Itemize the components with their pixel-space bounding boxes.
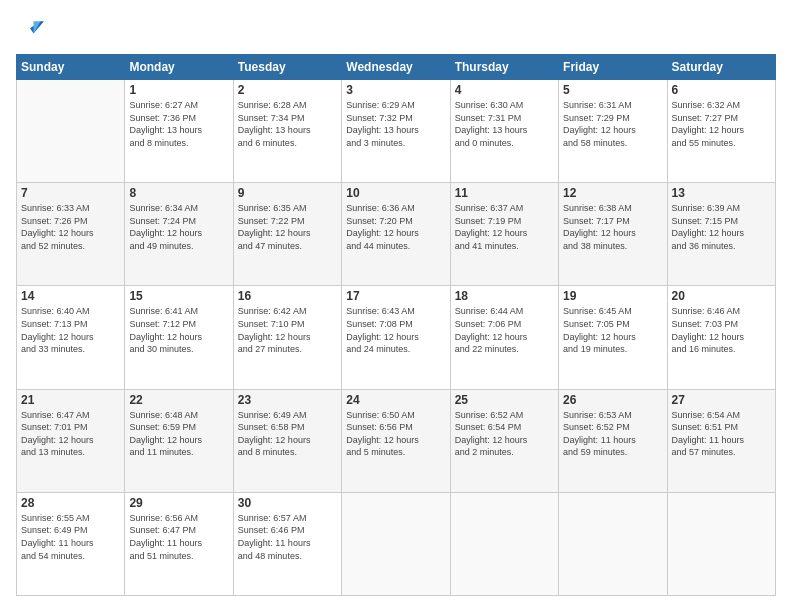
calendar-cell-5-4 bbox=[342, 492, 450, 595]
calendar-cell-4-7: 27Sunrise: 6:54 AM Sunset: 6:51 PM Dayli… bbox=[667, 389, 775, 492]
day-number: 10 bbox=[346, 186, 445, 200]
calendar-cell-5-7 bbox=[667, 492, 775, 595]
day-info: Sunrise: 6:42 AM Sunset: 7:10 PM Dayligh… bbox=[238, 305, 337, 355]
calendar-cell-1-3: 2Sunrise: 6:28 AM Sunset: 7:34 PM Daylig… bbox=[233, 80, 341, 183]
day-number: 3 bbox=[346, 83, 445, 97]
day-info: Sunrise: 6:52 AM Sunset: 6:54 PM Dayligh… bbox=[455, 409, 554, 459]
day-info: Sunrise: 6:39 AM Sunset: 7:15 PM Dayligh… bbox=[672, 202, 771, 252]
day-info: Sunrise: 6:35 AM Sunset: 7:22 PM Dayligh… bbox=[238, 202, 337, 252]
calendar-header-thursday: Thursday bbox=[450, 55, 558, 80]
calendar-header-tuesday: Tuesday bbox=[233, 55, 341, 80]
calendar-cell-1-4: 3Sunrise: 6:29 AM Sunset: 7:32 PM Daylig… bbox=[342, 80, 450, 183]
calendar-cell-4-5: 25Sunrise: 6:52 AM Sunset: 6:54 PM Dayli… bbox=[450, 389, 558, 492]
calendar-week-row-5: 28Sunrise: 6:55 AM Sunset: 6:49 PM Dayli… bbox=[17, 492, 776, 595]
calendar-cell-1-1 bbox=[17, 80, 125, 183]
day-info: Sunrise: 6:29 AM Sunset: 7:32 PM Dayligh… bbox=[346, 99, 445, 149]
calendar-cell-2-4: 10Sunrise: 6:36 AM Sunset: 7:20 PM Dayli… bbox=[342, 183, 450, 286]
day-number: 25 bbox=[455, 393, 554, 407]
calendar-cell-4-1: 21Sunrise: 6:47 AM Sunset: 7:01 PM Dayli… bbox=[17, 389, 125, 492]
day-number: 9 bbox=[238, 186, 337, 200]
calendar-cell-5-5 bbox=[450, 492, 558, 595]
day-number: 8 bbox=[129, 186, 228, 200]
calendar-header-monday: Monday bbox=[125, 55, 233, 80]
day-number: 11 bbox=[455, 186, 554, 200]
day-number: 28 bbox=[21, 496, 120, 510]
calendar-cell-3-1: 14Sunrise: 6:40 AM Sunset: 7:13 PM Dayli… bbox=[17, 286, 125, 389]
calendar-week-row-4: 21Sunrise: 6:47 AM Sunset: 7:01 PM Dayli… bbox=[17, 389, 776, 492]
day-info: Sunrise: 6:45 AM Sunset: 7:05 PM Dayligh… bbox=[563, 305, 662, 355]
calendar-cell-1-5: 4Sunrise: 6:30 AM Sunset: 7:31 PM Daylig… bbox=[450, 80, 558, 183]
day-number: 4 bbox=[455, 83, 554, 97]
calendar-cell-5-1: 28Sunrise: 6:55 AM Sunset: 6:49 PM Dayli… bbox=[17, 492, 125, 595]
day-info: Sunrise: 6:38 AM Sunset: 7:17 PM Dayligh… bbox=[563, 202, 662, 252]
calendar-cell-1-6: 5Sunrise: 6:31 AM Sunset: 7:29 PM Daylig… bbox=[559, 80, 667, 183]
day-info: Sunrise: 6:49 AM Sunset: 6:58 PM Dayligh… bbox=[238, 409, 337, 459]
day-number: 24 bbox=[346, 393, 445, 407]
calendar-cell-3-5: 18Sunrise: 6:44 AM Sunset: 7:06 PM Dayli… bbox=[450, 286, 558, 389]
calendar-cell-3-6: 19Sunrise: 6:45 AM Sunset: 7:05 PM Dayli… bbox=[559, 286, 667, 389]
day-info: Sunrise: 6:55 AM Sunset: 6:49 PM Dayligh… bbox=[21, 512, 120, 562]
calendar-cell-4-2: 22Sunrise: 6:48 AM Sunset: 6:59 PM Dayli… bbox=[125, 389, 233, 492]
calendar-cell-2-2: 8Sunrise: 6:34 AM Sunset: 7:24 PM Daylig… bbox=[125, 183, 233, 286]
calendar-header-friday: Friday bbox=[559, 55, 667, 80]
day-info: Sunrise: 6:46 AM Sunset: 7:03 PM Dayligh… bbox=[672, 305, 771, 355]
calendar-cell-2-3: 9Sunrise: 6:35 AM Sunset: 7:22 PM Daylig… bbox=[233, 183, 341, 286]
day-number: 16 bbox=[238, 289, 337, 303]
calendar-cell-4-6: 26Sunrise: 6:53 AM Sunset: 6:52 PM Dayli… bbox=[559, 389, 667, 492]
calendar-cell-4-4: 24Sunrise: 6:50 AM Sunset: 6:56 PM Dayli… bbox=[342, 389, 450, 492]
calendar-table: SundayMondayTuesdayWednesdayThursdayFrid… bbox=[16, 54, 776, 596]
calendar-cell-3-3: 16Sunrise: 6:42 AM Sunset: 7:10 PM Dayli… bbox=[233, 286, 341, 389]
day-info: Sunrise: 6:57 AM Sunset: 6:46 PM Dayligh… bbox=[238, 512, 337, 562]
day-info: Sunrise: 6:56 AM Sunset: 6:47 PM Dayligh… bbox=[129, 512, 228, 562]
calendar-week-row-1: 1Sunrise: 6:27 AM Sunset: 7:36 PM Daylig… bbox=[17, 80, 776, 183]
calendar-header-saturday: Saturday bbox=[667, 55, 775, 80]
day-number: 19 bbox=[563, 289, 662, 303]
day-info: Sunrise: 6:41 AM Sunset: 7:12 PM Dayligh… bbox=[129, 305, 228, 355]
day-info: Sunrise: 6:53 AM Sunset: 6:52 PM Dayligh… bbox=[563, 409, 662, 459]
day-info: Sunrise: 6:30 AM Sunset: 7:31 PM Dayligh… bbox=[455, 99, 554, 149]
day-info: Sunrise: 6:32 AM Sunset: 7:27 PM Dayligh… bbox=[672, 99, 771, 149]
day-number: 17 bbox=[346, 289, 445, 303]
calendar-cell-2-1: 7Sunrise: 6:33 AM Sunset: 7:26 PM Daylig… bbox=[17, 183, 125, 286]
day-number: 22 bbox=[129, 393, 228, 407]
calendar-cell-2-5: 11Sunrise: 6:37 AM Sunset: 7:19 PM Dayli… bbox=[450, 183, 558, 286]
day-info: Sunrise: 6:43 AM Sunset: 7:08 PM Dayligh… bbox=[346, 305, 445, 355]
calendar-cell-5-6 bbox=[559, 492, 667, 595]
day-number: 23 bbox=[238, 393, 337, 407]
calendar-cell-3-7: 20Sunrise: 6:46 AM Sunset: 7:03 PM Dayli… bbox=[667, 286, 775, 389]
calendar-cell-3-2: 15Sunrise: 6:41 AM Sunset: 7:12 PM Dayli… bbox=[125, 286, 233, 389]
day-number: 18 bbox=[455, 289, 554, 303]
calendar-header-wednesday: Wednesday bbox=[342, 55, 450, 80]
day-number: 2 bbox=[238, 83, 337, 97]
day-info: Sunrise: 6:50 AM Sunset: 6:56 PM Dayligh… bbox=[346, 409, 445, 459]
header bbox=[16, 16, 776, 44]
day-number: 12 bbox=[563, 186, 662, 200]
calendar-cell-2-7: 13Sunrise: 6:39 AM Sunset: 7:15 PM Dayli… bbox=[667, 183, 775, 286]
day-number: 14 bbox=[21, 289, 120, 303]
calendar-header-sunday: Sunday bbox=[17, 55, 125, 80]
day-number: 6 bbox=[672, 83, 771, 97]
day-info: Sunrise: 6:36 AM Sunset: 7:20 PM Dayligh… bbox=[346, 202, 445, 252]
day-info: Sunrise: 6:44 AM Sunset: 7:06 PM Dayligh… bbox=[455, 305, 554, 355]
logo bbox=[16, 16, 48, 44]
day-info: Sunrise: 6:27 AM Sunset: 7:36 PM Dayligh… bbox=[129, 99, 228, 149]
calendar-cell-4-3: 23Sunrise: 6:49 AM Sunset: 6:58 PM Dayli… bbox=[233, 389, 341, 492]
day-info: Sunrise: 6:33 AM Sunset: 7:26 PM Dayligh… bbox=[21, 202, 120, 252]
day-number: 15 bbox=[129, 289, 228, 303]
logo-icon bbox=[16, 16, 44, 44]
day-info: Sunrise: 6:37 AM Sunset: 7:19 PM Dayligh… bbox=[455, 202, 554, 252]
day-number: 30 bbox=[238, 496, 337, 510]
calendar-cell-3-4: 17Sunrise: 6:43 AM Sunset: 7:08 PM Dayli… bbox=[342, 286, 450, 389]
day-number: 7 bbox=[21, 186, 120, 200]
day-number: 21 bbox=[21, 393, 120, 407]
day-number: 1 bbox=[129, 83, 228, 97]
day-number: 20 bbox=[672, 289, 771, 303]
day-info: Sunrise: 6:40 AM Sunset: 7:13 PM Dayligh… bbox=[21, 305, 120, 355]
calendar-week-row-3: 14Sunrise: 6:40 AM Sunset: 7:13 PM Dayli… bbox=[17, 286, 776, 389]
calendar-cell-1-7: 6Sunrise: 6:32 AM Sunset: 7:27 PM Daylig… bbox=[667, 80, 775, 183]
calendar-header-row: SundayMondayTuesdayWednesdayThursdayFrid… bbox=[17, 55, 776, 80]
day-number: 5 bbox=[563, 83, 662, 97]
page: SundayMondayTuesdayWednesdayThursdayFrid… bbox=[0, 0, 792, 612]
day-number: 29 bbox=[129, 496, 228, 510]
day-info: Sunrise: 6:48 AM Sunset: 6:59 PM Dayligh… bbox=[129, 409, 228, 459]
